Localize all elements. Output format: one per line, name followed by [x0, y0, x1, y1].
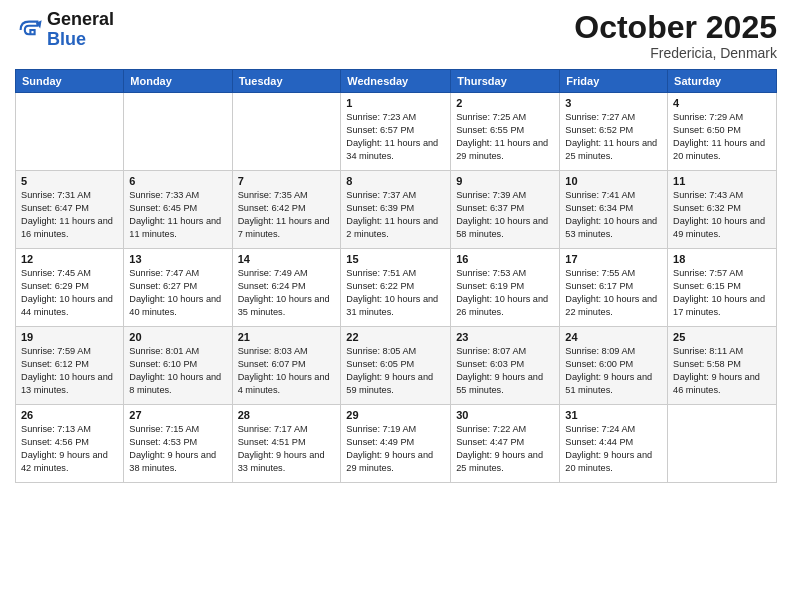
day-number-3-5: 24 — [565, 331, 662, 343]
day-number-0-5: 3 — [565, 97, 662, 109]
day-number-0-4: 2 — [456, 97, 554, 109]
day-info-1-3: Sunrise: 7:37 AM Sunset: 6:39 PM Dayligh… — [346, 189, 445, 241]
header: General Blue October 2025 Fredericia, De… — [15, 10, 777, 61]
col-sunday: Sunday — [16, 70, 124, 93]
day-info-2-1: Sunrise: 7:47 AM Sunset: 6:27 PM Dayligh… — [129, 267, 226, 319]
cell-2-2: 14Sunrise: 7:49 AM Sunset: 6:24 PM Dayli… — [232, 249, 341, 327]
day-info-2-6: Sunrise: 7:57 AM Sunset: 6:15 PM Dayligh… — [673, 267, 771, 319]
cell-4-4: 30Sunrise: 7:22 AM Sunset: 4:47 PM Dayli… — [451, 405, 560, 483]
day-number-4-1: 27 — [129, 409, 226, 421]
day-number-1-0: 5 — [21, 175, 118, 187]
header-row: Sunday Monday Tuesday Wednesday Thursday… — [16, 70, 777, 93]
day-info-1-0: Sunrise: 7:31 AM Sunset: 6:47 PM Dayligh… — [21, 189, 118, 241]
day-info-3-0: Sunrise: 7:59 AM Sunset: 6:12 PM Dayligh… — [21, 345, 118, 397]
logo-general: General — [47, 10, 114, 30]
cell-1-3: 8Sunrise: 7:37 AM Sunset: 6:39 PM Daylig… — [341, 171, 451, 249]
col-saturday: Saturday — [668, 70, 777, 93]
day-number-3-4: 23 — [456, 331, 554, 343]
day-info-0-4: Sunrise: 7:25 AM Sunset: 6:55 PM Dayligh… — [456, 111, 554, 163]
day-info-4-4: Sunrise: 7:22 AM Sunset: 4:47 PM Dayligh… — [456, 423, 554, 475]
cell-0-5: 3Sunrise: 7:27 AM Sunset: 6:52 PM Daylig… — [560, 93, 668, 171]
cell-1-6: 11Sunrise: 7:43 AM Sunset: 6:32 PM Dayli… — [668, 171, 777, 249]
day-info-2-4: Sunrise: 7:53 AM Sunset: 6:19 PM Dayligh… — [456, 267, 554, 319]
location: Fredericia, Denmark — [574, 45, 777, 61]
col-wednesday: Wednesday — [341, 70, 451, 93]
day-number-4-0: 26 — [21, 409, 118, 421]
cell-0-3: 1Sunrise: 7:23 AM Sunset: 6:57 PM Daylig… — [341, 93, 451, 171]
day-info-1-4: Sunrise: 7:39 AM Sunset: 6:37 PM Dayligh… — [456, 189, 554, 241]
cell-4-2: 28Sunrise: 7:17 AM Sunset: 4:51 PM Dayli… — [232, 405, 341, 483]
day-number-1-3: 8 — [346, 175, 445, 187]
day-info-4-3: Sunrise: 7:19 AM Sunset: 4:49 PM Dayligh… — [346, 423, 445, 475]
cell-1-1: 6Sunrise: 7:33 AM Sunset: 6:45 PM Daylig… — [124, 171, 232, 249]
day-number-1-4: 9 — [456, 175, 554, 187]
day-number-4-4: 30 — [456, 409, 554, 421]
cell-4-5: 31Sunrise: 7:24 AM Sunset: 4:44 PM Dayli… — [560, 405, 668, 483]
day-info-3-1: Sunrise: 8:01 AM Sunset: 6:10 PM Dayligh… — [129, 345, 226, 397]
day-info-0-3: Sunrise: 7:23 AM Sunset: 6:57 PM Dayligh… — [346, 111, 445, 163]
day-number-4-2: 28 — [238, 409, 336, 421]
day-number-3-2: 21 — [238, 331, 336, 343]
cell-2-1: 13Sunrise: 7:47 AM Sunset: 6:27 PM Dayli… — [124, 249, 232, 327]
logo-icon — [15, 16, 43, 44]
day-info-1-6: Sunrise: 7:43 AM Sunset: 6:32 PM Dayligh… — [673, 189, 771, 241]
week-row-2: 12Sunrise: 7:45 AM Sunset: 6:29 PM Dayli… — [16, 249, 777, 327]
svg-rect-0 — [15, 16, 43, 44]
cell-1-4: 9Sunrise: 7:39 AM Sunset: 6:37 PM Daylig… — [451, 171, 560, 249]
cell-0-4: 2Sunrise: 7:25 AM Sunset: 6:55 PM Daylig… — [451, 93, 560, 171]
day-info-1-1: Sunrise: 7:33 AM Sunset: 6:45 PM Dayligh… — [129, 189, 226, 241]
cell-0-1 — [124, 93, 232, 171]
cell-3-6: 25Sunrise: 8:11 AM Sunset: 5:58 PM Dayli… — [668, 327, 777, 405]
cell-1-2: 7Sunrise: 7:35 AM Sunset: 6:42 PM Daylig… — [232, 171, 341, 249]
day-number-1-2: 7 — [238, 175, 336, 187]
day-number-1-5: 10 — [565, 175, 662, 187]
day-number-1-6: 11 — [673, 175, 771, 187]
day-number-3-0: 19 — [21, 331, 118, 343]
cell-4-0: 26Sunrise: 7:13 AM Sunset: 4:56 PM Dayli… — [16, 405, 124, 483]
day-number-3-3: 22 — [346, 331, 445, 343]
day-number-3-1: 20 — [129, 331, 226, 343]
cell-0-6: 4Sunrise: 7:29 AM Sunset: 6:50 PM Daylig… — [668, 93, 777, 171]
day-info-4-2: Sunrise: 7:17 AM Sunset: 4:51 PM Dayligh… — [238, 423, 336, 475]
cell-2-5: 17Sunrise: 7:55 AM Sunset: 6:17 PM Dayli… — [560, 249, 668, 327]
cell-4-1: 27Sunrise: 7:15 AM Sunset: 4:53 PM Dayli… — [124, 405, 232, 483]
day-number-2-0: 12 — [21, 253, 118, 265]
day-number-2-5: 17 — [565, 253, 662, 265]
cell-3-5: 24Sunrise: 8:09 AM Sunset: 6:00 PM Dayli… — [560, 327, 668, 405]
cell-1-0: 5Sunrise: 7:31 AM Sunset: 6:47 PM Daylig… — [16, 171, 124, 249]
cell-2-3: 15Sunrise: 7:51 AM Sunset: 6:22 PM Dayli… — [341, 249, 451, 327]
col-thursday: Thursday — [451, 70, 560, 93]
month-title: October 2025 — [574, 10, 777, 45]
day-info-1-2: Sunrise: 7:35 AM Sunset: 6:42 PM Dayligh… — [238, 189, 336, 241]
cell-4-6 — [668, 405, 777, 483]
day-info-4-5: Sunrise: 7:24 AM Sunset: 4:44 PM Dayligh… — [565, 423, 662, 475]
cell-1-5: 10Sunrise: 7:41 AM Sunset: 6:34 PM Dayli… — [560, 171, 668, 249]
logo-text: General Blue — [47, 10, 114, 50]
day-info-2-5: Sunrise: 7:55 AM Sunset: 6:17 PM Dayligh… — [565, 267, 662, 319]
cell-3-4: 23Sunrise: 8:07 AM Sunset: 6:03 PM Dayli… — [451, 327, 560, 405]
page: General Blue October 2025 Fredericia, De… — [0, 0, 792, 612]
cell-3-2: 21Sunrise: 8:03 AM Sunset: 6:07 PM Dayli… — [232, 327, 341, 405]
col-monday: Monday — [124, 70, 232, 93]
day-number-0-6: 4 — [673, 97, 771, 109]
day-number-4-5: 31 — [565, 409, 662, 421]
week-row-1: 5Sunrise: 7:31 AM Sunset: 6:47 PM Daylig… — [16, 171, 777, 249]
cell-0-0 — [16, 93, 124, 171]
week-row-3: 19Sunrise: 7:59 AM Sunset: 6:12 PM Dayli… — [16, 327, 777, 405]
day-info-1-5: Sunrise: 7:41 AM Sunset: 6:34 PM Dayligh… — [565, 189, 662, 241]
day-info-0-5: Sunrise: 7:27 AM Sunset: 6:52 PM Dayligh… — [565, 111, 662, 163]
cell-3-1: 20Sunrise: 8:01 AM Sunset: 6:10 PM Dayli… — [124, 327, 232, 405]
day-info-2-2: Sunrise: 7:49 AM Sunset: 6:24 PM Dayligh… — [238, 267, 336, 319]
logo: General Blue — [15, 10, 114, 50]
cell-2-0: 12Sunrise: 7:45 AM Sunset: 6:29 PM Dayli… — [16, 249, 124, 327]
week-row-0: 1Sunrise: 7:23 AM Sunset: 6:57 PM Daylig… — [16, 93, 777, 171]
day-info-3-5: Sunrise: 8:09 AM Sunset: 6:00 PM Dayligh… — [565, 345, 662, 397]
day-number-4-3: 29 — [346, 409, 445, 421]
day-info-4-1: Sunrise: 7:15 AM Sunset: 4:53 PM Dayligh… — [129, 423, 226, 475]
day-info-3-4: Sunrise: 8:07 AM Sunset: 6:03 PM Dayligh… — [456, 345, 554, 397]
week-row-4: 26Sunrise: 7:13 AM Sunset: 4:56 PM Dayli… — [16, 405, 777, 483]
cell-2-4: 16Sunrise: 7:53 AM Sunset: 6:19 PM Dayli… — [451, 249, 560, 327]
day-number-2-4: 16 — [456, 253, 554, 265]
cell-4-3: 29Sunrise: 7:19 AM Sunset: 4:49 PM Dayli… — [341, 405, 451, 483]
day-info-3-3: Sunrise: 8:05 AM Sunset: 6:05 PM Dayligh… — [346, 345, 445, 397]
